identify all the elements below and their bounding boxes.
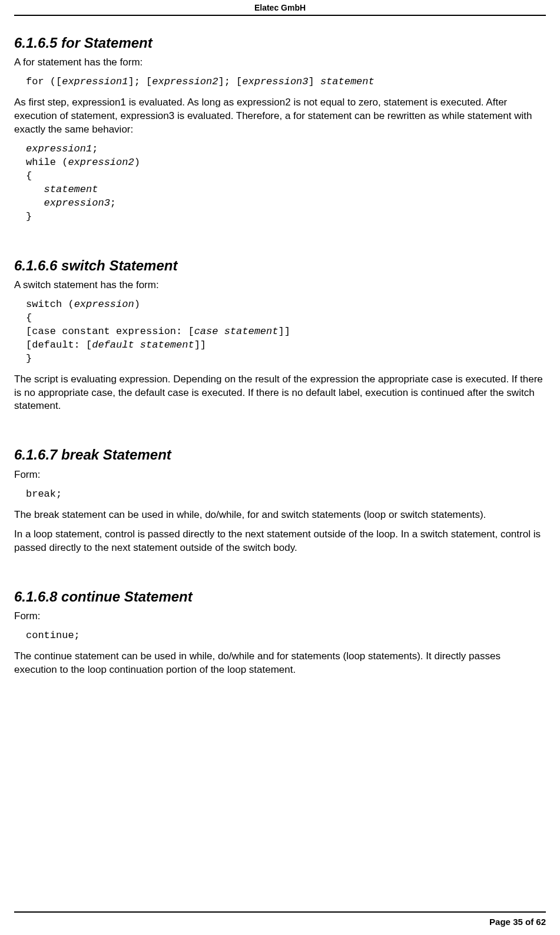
heading-switch: 6.1.6.6 switch Statement [14, 256, 546, 275]
para-switch: The script is evaluating expression. Dep… [14, 373, 546, 414]
page: Elatec GmbH 6.1.6.5 for Statement A for … [0, 0, 560, 935]
para-break-2: In a loop statement, control is passed d… [14, 528, 546, 555]
page-footer: Page 35 of 62 [14, 913, 546, 935]
para-for: As first step, expression1 is evaluated.… [14, 96, 546, 137]
para-continue: The continue statement can be used in wh… [14, 650, 546, 677]
heading-break: 6.1.6.7 break Statement [14, 445, 546, 464]
page-header: Elatec GmbH [14, 0, 546, 16]
code-break: break; [26, 488, 546, 501]
section-switch: 6.1.6.6 switch Statement A switch statem… [14, 256, 546, 414]
heading-for: 6.1.6.5 for Statement [14, 34, 546, 52]
intro-for: A for statement has the form: [14, 56, 546, 70]
intro-switch: A switch statement has the form: [14, 279, 546, 292]
section-break: 6.1.6.7 break Statement Form: break; The… [14, 445, 546, 554]
code-for-2: expression1; while (expression2) { state… [26, 143, 546, 224]
code-continue: continue; [26, 629, 546, 643]
code-switch: switch (expression) { [case constant exp… [26, 298, 546, 366]
page-content: 6.1.6.5 for Statement A for statement ha… [14, 16, 546, 900]
section-continue: 6.1.6.8 continue Statement Form: continu… [14, 587, 546, 677]
section-for: 6.1.6.5 for Statement A for statement ha… [14, 34, 546, 224]
intro-continue: Form: [14, 610, 546, 623]
code-for-1: for ([expression1]; [expression2]; [expr… [26, 75, 546, 89]
intro-break: Form: [14, 468, 546, 482]
heading-continue: 6.1.6.8 continue Statement [14, 587, 546, 606]
para-break-1: The break statement can be used in while… [14, 508, 546, 522]
